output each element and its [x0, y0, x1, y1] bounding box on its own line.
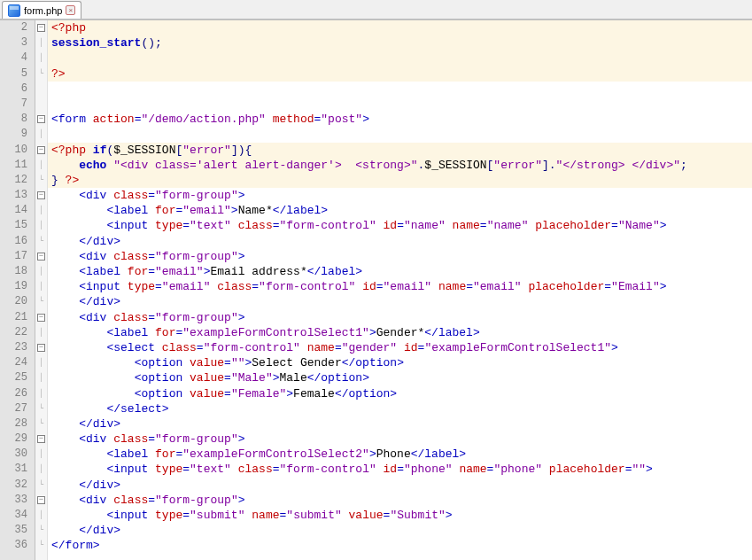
fold-guide: │ [39, 129, 43, 138]
line-number: 6 [0, 82, 35, 97]
fold-end: └ [39, 541, 43, 549]
fold-cell: └ [35, 538, 47, 553]
fold-toggle-icon[interactable]: − [37, 344, 45, 352]
code-line[interactable]: <input type="submit" name="submit" value… [48, 508, 752, 523]
code-line[interactable]: <label for="email">Email address*</label… [48, 264, 752, 279]
fold-end: └ [39, 297, 43, 306]
line-number: 32 [0, 478, 35, 493]
line-number: 4 [0, 51, 35, 66]
fold-end: └ [39, 419, 43, 428]
code-line[interactable]: <div class="form-group"> [48, 432, 752, 447]
fold-guide: │ [39, 38, 43, 47]
fold-cell: │ [35, 218, 47, 233]
line-number: 31 [0, 462, 35, 477]
fold-guide: │ [39, 221, 43, 229]
code-line[interactable] [48, 82, 752, 97]
close-icon[interactable]: × [66, 5, 75, 15]
tab-form-php[interactable]: form.php × [2, 1, 81, 19]
code-line[interactable]: <form action="/demo/action.php" method="… [48, 112, 752, 127]
fold-end: └ [39, 525, 43, 534]
fold-cell: └ [35, 401, 47, 416]
code-line[interactable] [48, 97, 752, 112]
code-line[interactable]: <select class="form-control" name="gende… [48, 340, 752, 355]
code-line[interactable]: ?> [48, 66, 752, 82]
code-line[interactable]: <option value="">Select Gender</option> [48, 355, 752, 370]
line-number: 17 [0, 249, 35, 264]
code-line[interactable]: </form> [48, 538, 752, 553]
fold-cell: │ [35, 355, 47, 370]
code-line[interactable]: <div class="form-group"> [48, 310, 752, 325]
fold-cell: │ [35, 51, 47, 66]
code-line[interactable]: <?php if($_SESSION["error"]){ [48, 143, 752, 158]
fold-guide: │ [39, 206, 43, 214]
code-line[interactable]: <option value="Male">Male</option> [48, 370, 752, 385]
code-line[interactable]: echo "<div class='alert alert-danger'> <… [48, 158, 752, 173]
line-number: 11 [0, 158, 35, 173]
fold-guide: │ [39, 389, 43, 398]
fold-toggle-icon[interactable]: − [37, 314, 45, 322]
fold-cell: − [35, 143, 47, 158]
fold-toggle-icon[interactable]: − [37, 115, 45, 123]
code-line[interactable]: </div> [48, 416, 752, 432]
code-line[interactable]: <label for="email">Name*</label> [48, 203, 752, 218]
line-number: 7 [0, 97, 35, 112]
code-line[interactable]: <div class="form-group"> [48, 249, 752, 264]
code-line[interactable]: </div> [48, 234, 752, 249]
fold-toggle-icon[interactable]: − [37, 253, 45, 261]
line-number: 15 [0, 218, 35, 233]
line-number: 34 [0, 508, 35, 523]
line-number: 28 [0, 416, 35, 432]
line-number: 18 [0, 264, 35, 279]
fold-toggle-icon[interactable]: − [37, 24, 45, 32]
fold-cell: − [35, 340, 47, 355]
code-line[interactable]: session_start(); [48, 35, 752, 51]
line-number: 3 [0, 35, 35, 51]
fold-end: └ [39, 404, 43, 413]
fold-guide: │ [39, 464, 43, 473]
line-number: 23 [0, 340, 35, 355]
fold-toggle-icon[interactable]: − [37, 146, 45, 154]
fold-cell: └ [35, 294, 47, 309]
code-area[interactable]: <?phpsession_start(); ?> <form action="/… [48, 20, 752, 560]
code-line[interactable]: </div> [48, 478, 752, 493]
code-line[interactable]: <input type="text" class="form-control" … [48, 218, 752, 233]
fold-toggle-icon[interactable]: − [37, 496, 45, 504]
fold-cell: │ [35, 370, 47, 385]
code-line[interactable]: <div class="form-group"> [48, 188, 752, 203]
line-number: 21 [0, 310, 35, 325]
fold-cell: │ [35, 462, 47, 477]
tab-bar: form.php × [0, 0, 752, 19]
fold-guide: │ [39, 282, 43, 291]
code-line[interactable]: } ?> [48, 173, 752, 188]
fold-cell: − [35, 112, 47, 127]
fold-guide: │ [39, 373, 43, 382]
code-line[interactable] [48, 127, 752, 142]
code-line[interactable]: <div class="form-group"> [48, 493, 752, 508]
line-number: 33 [0, 493, 35, 508]
code-line[interactable]: </div> [48, 294, 752, 309]
code-line[interactable]: <label for="exampleFormControlSelect2">P… [48, 447, 752, 462]
fold-cell: │ [35, 127, 47, 142]
fold-cell: └ [35, 523, 47, 538]
fold-cell [35, 82, 47, 97]
fold-end: └ [39, 175, 43, 184]
code-line[interactable]: </div> [48, 523, 752, 538]
fold-cell [35, 97, 47, 112]
code-line[interactable]: <input type="text" class="form-control" … [48, 462, 752, 477]
line-number: 26 [0, 386, 35, 401]
fold-toggle-icon[interactable]: − [37, 435, 45, 443]
fold-end: └ [39, 69, 43, 78]
code-line[interactable] [48, 51, 752, 66]
code-line[interactable]: <input type="email" class="form-control"… [48, 279, 752, 294]
code-line[interactable]: <label for="exampleFormControlSelect1">G… [48, 325, 752, 340]
fold-cell: └ [35, 478, 47, 493]
tab-label: form.php [24, 5, 62, 16]
code-line[interactable]: <option value="Female">Female</option> [48, 386, 752, 401]
line-number: 29 [0, 432, 35, 447]
fold-toggle-icon[interactable]: − [37, 191, 45, 199]
code-editor[interactable]: 2345678910111213141516171819202122232425… [0, 19, 752, 560]
fold-cell: │ [35, 325, 47, 340]
code-line[interactable]: <?php [48, 20, 752, 35]
fold-cell: │ [35, 447, 47, 462]
code-line[interactable]: </select> [48, 401, 752, 416]
